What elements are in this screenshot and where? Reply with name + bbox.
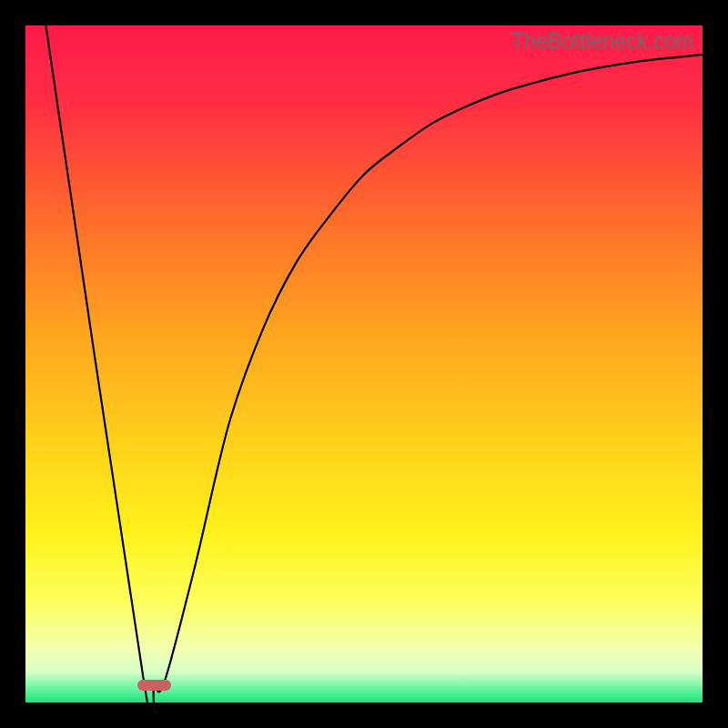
chart-frame: TheBottleneck.com xyxy=(0,0,728,728)
bottleneck-curve xyxy=(25,25,703,703)
bottleneck-marker xyxy=(137,680,171,691)
plot-area: TheBottleneck.com xyxy=(25,25,703,703)
